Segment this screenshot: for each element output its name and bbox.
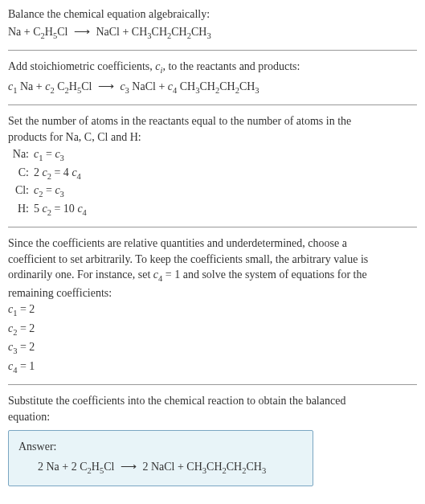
divider (8, 104, 417, 105)
stoich-equation: c1 Na + c2 C2H5Cl ⟶ c3 NaCl + c4 CH3CH2C… (8, 79, 417, 96)
divider (8, 384, 417, 385)
intro-text: Balance the chemical equation algebraica… (8, 6, 417, 23)
arrow-icon: ⟶ (74, 24, 90, 40)
atom-table: Na: c1 = c3 C: 2 c2 = 4 c4 Cl: c2 = c3 H… (8, 146, 417, 219)
solve-para-2: coefficient to set arbitrarily. To keep … (8, 252, 417, 268)
solve-section: Since the coefficients are relative quan… (8, 236, 417, 376)
list-item: c3 = 2 (8, 339, 417, 357)
final-line-1: Substitute the coefficients into the che… (8, 393, 417, 409)
final-section: Substitute the coefficients into the che… (8, 393, 417, 486)
table-row: H: 5 c2 = 10 c4 (8, 201, 417, 219)
balanced-equation: 2 Na + 2 C2H5Cl ⟶ 2 NaCl + CH3CH2CH2CH3 (18, 459, 303, 477)
answer-box: Answer: 2 Na + 2 C2H5Cl ⟶ 2 NaCl + CH3CH… (8, 430, 313, 486)
stoich-section: Add stoichiometric coefficients, ci, to … (8, 59, 417, 96)
divider (8, 227, 417, 227)
list-item: c4 = 1 (8, 359, 417, 376)
answer-label: Answer: (18, 439, 303, 455)
list-item: c1 = 2 (8, 301, 417, 319)
list-item: c2 = 2 (8, 321, 417, 338)
solve-para-4: remaining coefficients: (8, 285, 417, 301)
table-row: Na: c1 = c3 (8, 146, 417, 164)
unbalanced-equation: Na + C2H5Cl ⟶ NaCl + CH3CH2CH2CH3 (8, 24, 417, 42)
table-row: Cl: c2 = c3 (8, 182, 417, 200)
atoms-intro-1: Set the number of atoms in the reactants… (8, 113, 417, 129)
final-line-2: equation: (8, 409, 417, 425)
atoms-intro-2: products for Na, C, Cl and H: (8, 129, 417, 145)
arrow-icon: ⟶ (121, 459, 137, 475)
arrow-icon: ⟶ (98, 79, 114, 95)
stoich-intro: Add stoichiometric coefficients, ci, to … (8, 59, 417, 76)
coefficient-list: c1 = 2 c2 = 2 c3 = 2 c4 = 1 (8, 301, 417, 376)
table-row: C: 2 c2 = 4 c4 (8, 165, 417, 182)
divider (8, 50, 417, 51)
atoms-section: Set the number of atoms in the reactants… (8, 113, 417, 219)
solve-para-3: ordinarily one. For instance, set c4 = 1… (8, 267, 417, 285)
intro-section: Balance the chemical equation algebraica… (8, 6, 417, 42)
solve-para-1: Since the coefficients are relative quan… (8, 236, 417, 252)
